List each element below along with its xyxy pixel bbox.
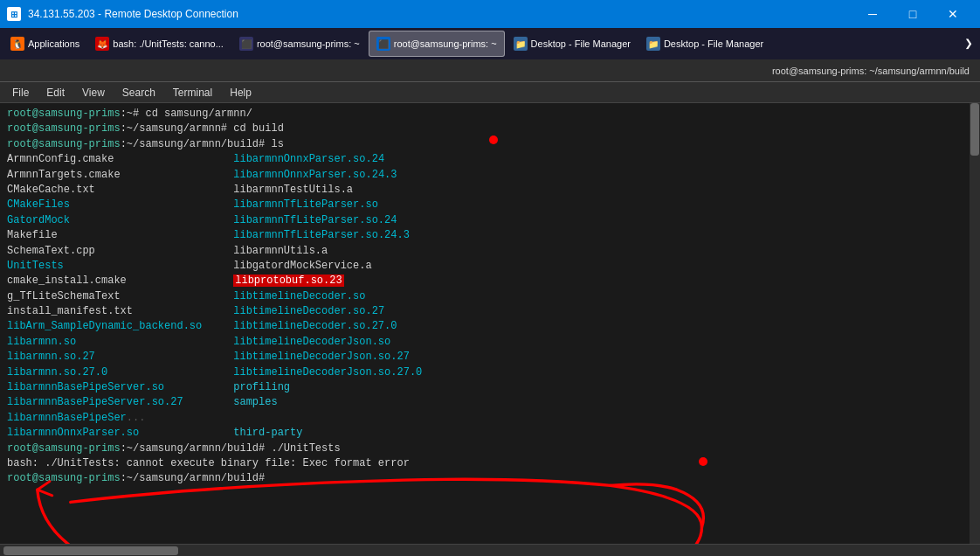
menu-item-terminal[interactable]: Terminal — [164, 85, 221, 101]
close-button[interactable]: ✕ — [933, 0, 973, 28]
terminal-line: ArmnnConfig.cmake libarmnnOnnxParser.so.… — [7, 152, 973, 167]
terminal-line: libArm_SampleDynamic_backend.so libtimel… — [7, 319, 973, 334]
terminal-body[interactable]: root@samsung-prims:~# cd samsung/armnn/r… — [0, 103, 980, 544]
menu-item-help[interactable]: Help — [221, 85, 260, 101]
window-controls: ─ □ ✕ — [852, 0, 973, 28]
terminal-line: libarmnn.so.27.0 libtimelineDecoderJson.… — [7, 365, 973, 380]
maximize-button[interactable]: □ — [893, 0, 933, 28]
menu-item-search[interactable]: Search — [114, 85, 164, 101]
terminal-line: libarmnn.so.27 libtimelineDecoderJson.so… — [7, 350, 973, 365]
terminal-line: libarmnnBasePipeSer... — [7, 411, 973, 426]
taskbar-label-root1: root@samsung-prims: ~ — [257, 38, 360, 49]
terminal-line: g_TfLiteSchemaText libtimelineDecoder.so — [7, 289, 973, 304]
menu-bar: FileEditViewSearchTerminalHelp — [0, 82, 980, 103]
taskbar-icon-root1: ⬛ — [239, 37, 253, 51]
menu-item-view[interactable]: View — [73, 85, 114, 101]
terminal-line: UnitTests libgatordMockService.a — [7, 259, 973, 274]
taskbar: 🐧Applications🦊bash: ./UnitTests: canno..… — [0, 28, 980, 59]
minimize-button[interactable]: ─ — [852, 0, 893, 28]
terminal-line: libarmnnBasePipeServer.so.27 samples — [7, 395, 973, 410]
taskbar-icon-desktop1: 📁 — [514, 37, 528, 51]
window-title: 34.131.55.203 - Remote Desktop Connectio… — [28, 8, 852, 20]
terminal-line: root@samsung-prims:~# cd samsung/armnn/ — [7, 107, 973, 122]
menu-item-file[interactable]: File — [3, 85, 38, 101]
taskbar-item-desktop1[interactable]: 📁Desktop - File Manager — [507, 31, 638, 57]
terminal-line: root@samsung-prims:~/samsung/armnn/build… — [7, 471, 973, 486]
scroll-thumb[interactable] — [970, 103, 979, 156]
taskbar-item-bash[interactable]: 🦊bash: ./UnitTests: canno... — [88, 31, 231, 57]
taskbar-icon-root2: ⬛ — [376, 37, 390, 51]
terminal-line: CMakeCache.txt libarmnnTestUtils.a — [7, 183, 973, 198]
terminal-line: GatordMock libarmnnTfLiteParser.so.24 — [7, 213, 973, 228]
annotation-dot-1 — [489, 136, 498, 144]
terminal-line: root@samsung-prims:~/samsung/armnn# cd b… — [7, 122, 973, 136]
taskbar-item-root1[interactable]: ⬛root@samsung-prims: ~ — [232, 31, 367, 57]
vertical-scrollbar[interactable] — [970, 103, 980, 544]
taskbar-icon-bash: 🦊 — [95, 37, 109, 51]
terminal-header: root@samsung-prims: ~/samsung/armnn/buil… — [0, 59, 980, 82]
taskbar-icon-desktop2: 📁 — [646, 37, 660, 51]
terminal-line: cmake_install.cmake libprotobuf.so.23 — [7, 274, 973, 288]
taskbar-item-apps[interactable]: 🐧Applications — [3, 31, 86, 57]
menu-item-edit[interactable]: Edit — [38, 85, 73, 101]
taskbar-label-root2: root@samsung-prims: ~ — [394, 38, 497, 49]
horizontal-scrollbar[interactable] — [0, 544, 980, 556]
terminal-line: libarmnn.so libtimelineDecoderJson.so — [7, 335, 973, 350]
terminal-line: SchemaText.cpp libarmnnUtils.a — [7, 244, 973, 259]
taskbar-item-root2[interactable]: ⬛root@samsung-prims: ~ — [369, 31, 505, 57]
taskbar-scroll-right[interactable]: ❯ — [961, 35, 977, 52]
terminal-header-title: root@samsung-prims: ~/samsung/armnn/buil… — [772, 66, 980, 76]
taskbar-label-desktop1: Desktop - File Manager — [531, 38, 631, 49]
terminal-line: install_manifest.txt libtimelineDecoder.… — [7, 304, 973, 319]
terminal-line: CMakeFiles libarmnnTfLiteParser.so — [7, 198, 973, 212]
title-bar: ⊞ 34.131.55.203 - Remote Desktop Connect… — [0, 0, 980, 28]
taskbar-label-bash: bash: ./UnitTests: canno... — [113, 38, 224, 49]
terminal-line: bash: ./UnitTests: cannot execute binary… — [7, 456, 973, 471]
taskbar-icon-apps: 🐧 — [10, 37, 24, 51]
app-icon: ⊞ — [7, 7, 21, 21]
taskbar-label-apps: Applications — [28, 38, 79, 49]
hscroll-thumb[interactable] — [3, 546, 178, 555]
terminal-line: Makefile libarmnnTfLiteParser.so.24.3 — [7, 228, 973, 243]
terminal-line: libarmnnBasePipeServer.so profiling — [7, 380, 973, 395]
terminal-container: root@samsung-prims: ~/samsung/armnn/buil… — [0, 59, 980, 556]
terminal-line: root@samsung-prims:~/samsung/armnn/build… — [7, 441, 973, 456]
terminal-line: ArmnnTargets.cmake libarmnnOnnxParser.so… — [7, 168, 973, 183]
terminal-line: libarmnnOnnxParser.so third-party — [7, 426, 973, 441]
taskbar-item-desktop2[interactable]: 📁Desktop - File Manager — [639, 31, 770, 57]
taskbar-label-desktop2: Desktop - File Manager — [664, 38, 763, 49]
annotation-dot-2 — [699, 457, 707, 466]
